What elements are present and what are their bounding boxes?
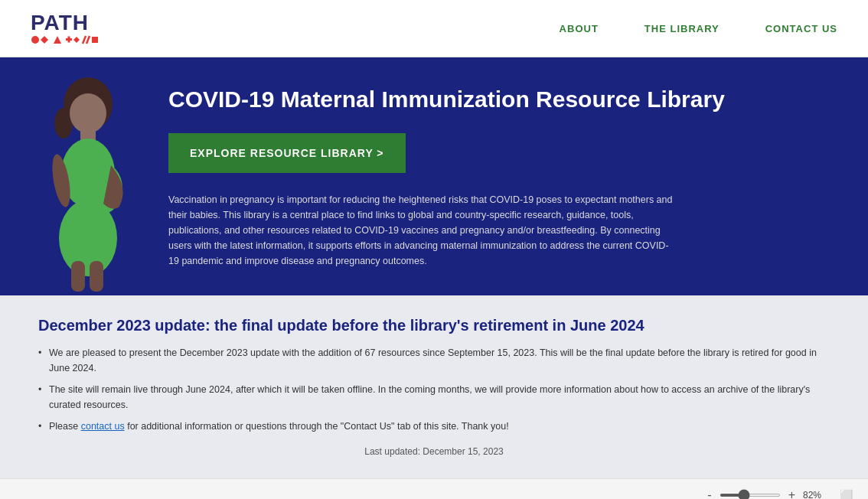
logo-text: PATH: [31, 12, 89, 34]
svg-marker-1: [41, 36, 48, 44]
svg-point-11: [70, 93, 106, 133]
hero-section: COVID-19 Maternal Immunization Resource …: [0, 57, 868, 295]
contact-us-link[interactable]: contact us: [81, 421, 125, 432]
svg-marker-2: [54, 36, 61, 44]
header: PATH ABOUT: [0, 0, 868, 57]
zoom-out-button[interactable]: -: [704, 488, 714, 500]
zoom-bar: - + 82% ⬜: [0, 478, 868, 499]
update-item-2: The site will remain live through June 2…: [38, 382, 830, 413]
zoom-controls: - + 82% ⬜: [704, 488, 853, 500]
logo-icons: [31, 35, 100, 44]
svg-line-6: [83, 36, 86, 44]
nav-item-library[interactable]: THE LIBRARY: [644, 23, 720, 34]
nav-item-contact[interactable]: CONTACT US: [765, 23, 837, 34]
svg-rect-8: [92, 37, 98, 43]
update-item-3: Please contact us for additional informa…: [38, 419, 830, 434]
hero-description: Vaccination in pregnancy is important fo…: [168, 192, 674, 269]
hero-illustration: [0, 57, 153, 295]
main-nav: ABOUT THE LIBRARY CONTACT US: [560, 23, 837, 34]
svg-rect-4: [68, 37, 70, 43]
explore-library-button[interactable]: EXPLORE RESOURCE LIBRARY >: [168, 133, 406, 173]
hero-content: COVID-19 Maternal Immunization Resource …: [153, 57, 868, 295]
pregnant-woman-icon: [11, 73, 142, 295]
hero-title: COVID-19 Maternal Immunization Resource …: [168, 84, 845, 114]
svg-marker-5: [73, 37, 80, 43]
last-updated: Last updated: December 15, 2023: [38, 446, 830, 457]
svg-point-16: [59, 200, 117, 276]
zoom-slider[interactable]: [720, 494, 781, 497]
update-title: December 2023 update: the final update b…: [38, 317, 830, 334]
zoom-in-button[interactable]: +: [785, 488, 798, 500]
logo-symbols: [31, 35, 100, 44]
svg-rect-17: [71, 261, 85, 292]
fit-page-icon[interactable]: ⬜: [840, 489, 853, 500]
svg-point-0: [31, 36, 39, 44]
svg-line-7: [86, 36, 90, 44]
nav-item-about[interactable]: ABOUT: [560, 23, 599, 34]
svg-rect-18: [90, 261, 103, 292]
logo: PATH: [31, 12, 100, 44]
update-section: December 2023 update: the final update b…: [0, 295, 868, 478]
update-list: We are pleased to present the December 2…: [38, 345, 830, 434]
update-item-1: We are pleased to present the December 2…: [38, 345, 830, 376]
zoom-percent: 82%: [803, 490, 830, 500]
